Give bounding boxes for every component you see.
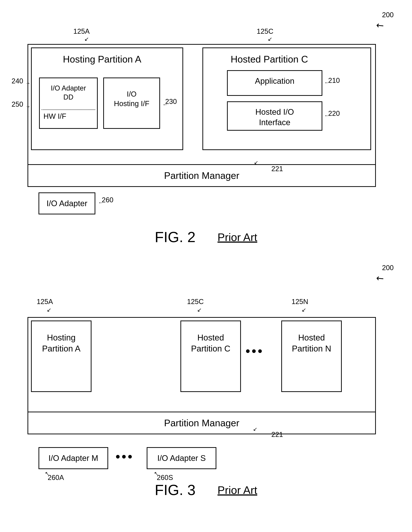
fig2-caption: FIG. 2 Prior Art	[18, 229, 394, 246]
fig3-caption: FIG. 3 Prior Art	[18, 482, 394, 498]
hosting-partition-a-box-fig3: Hosting Partition A	[31, 321, 91, 392]
io-adapter-s-box: I/O Adapter S	[147, 447, 216, 469]
fig2-label: FIG. 2	[155, 229, 196, 246]
label-260s-arrow: ↖	[154, 470, 158, 476]
hw-if-label: HW I/F	[43, 112, 66, 120]
label-240: 240	[11, 77, 23, 85]
partition-manager-label-fig2: Partition Manager	[164, 170, 239, 181]
hosting-partition-a-label-fig3: Hosting Partition A	[32, 332, 91, 354]
dots-partitions-fig3: •••	[245, 343, 264, 359]
hosted-partition-c-box-fig3: Hosted Partition C	[180, 321, 241, 392]
label-250-arrow: →	[25, 104, 30, 110]
label-125a-fig3-arrow: ↙	[47, 307, 51, 313]
ref-200-fig2: 200	[382, 11, 394, 19]
ref-200-arrow-fig3: ↗	[373, 272, 386, 285]
ref-200-arrow-fig2: ↗	[373, 19, 386, 32]
hosted-partition-n-box-fig3: Hosted Partition N	[281, 321, 342, 392]
label-230-arrow: ←	[162, 102, 167, 108]
label-260-fig2-arrow: ←	[98, 200, 103, 206]
application-label: Application	[228, 76, 322, 86]
io-hosting-if-label: I/O Hosting I/F	[107, 89, 157, 108]
label-125a-fig3: 125A	[37, 298, 53, 306]
hosting-partition-a-label: Hosting Partition A	[63, 54, 141, 65]
hosted-partition-n-label-fig3: Hosted Partition N	[282, 332, 341, 354]
fig2-outer-box: Hosting Partition A 240 → 250 → I/O Adap…	[28, 44, 376, 187]
figure-2: 200 ↗ 125A ↙ 125C ↙ Hosting Partition A …	[18, 11, 394, 249]
label-220: 220	[328, 110, 340, 117]
label-220-arrow: ←	[324, 113, 329, 119]
io-adapter-m-label: I/O Adapter M	[49, 454, 98, 463]
application-box: Application	[227, 70, 322, 96]
io-adapter-s-label: I/O Adapter S	[157, 454, 206, 463]
label-125a-fig2: 125A	[73, 28, 90, 35]
io-adapter-fig2-label: I/O Adapter	[47, 199, 88, 208]
fig3-outer-box: Hosting Partition A Hosted Partition C •…	[28, 317, 376, 434]
partition-manager-label-fig3: Partition Manager	[164, 418, 239, 428]
label-250: 250	[11, 100, 23, 108]
label-125n-fig3: 125N	[292, 298, 308, 306]
fig3-label: FIG. 3	[155, 482, 196, 498]
io-adapter-box-fig2: I/O Adapter	[39, 192, 95, 214]
io-adapter-dd-label: I/O AdapterDD	[40, 84, 97, 102]
label-125c-fig2-arrow: ↙	[268, 36, 272, 42]
hosting-partition-a-box: Hosting Partition A 240 → 250 → I/O Adap…	[31, 48, 183, 150]
label-260s: 260S	[157, 474, 173, 482]
io-adapter-dd-box: I/O AdapterDD HW I/F	[39, 77, 98, 129]
dotted-divider	[42, 109, 95, 110]
figure-3: 200 ↗ 125A ↙ 125C ↙ 125N ↙ Hosting Parti…	[18, 264, 394, 502]
hosted-io-interface-box: Hosted I/O Interface	[227, 101, 322, 131]
label-125a-fig2-arrow: ↙	[84, 36, 89, 42]
label-260-fig2: 260	[102, 196, 113, 204]
label-125n-fig3-arrow: ↙	[302, 307, 306, 313]
hosted-partition-c-label-fig3: Hosted Partition C	[181, 332, 240, 354]
label-210: 210	[328, 76, 340, 85]
label-221-fig3: 221	[271, 431, 283, 438]
label-260a: 260A	[48, 474, 64, 482]
hosted-partition-c-label: Hosted Partition C	[231, 54, 308, 65]
label-210-arrow: ←	[324, 80, 329, 86]
partition-manager-bar-fig3: Partition Manager	[28, 412, 375, 434]
label-221-fig2-arrow: ↙	[254, 160, 258, 165]
label-221-fig3-arrow: ↙	[253, 426, 257, 432]
io-adapter-m-box: I/O Adapter M	[39, 447, 108, 469]
fig2-prior-art: Prior Art	[217, 231, 257, 244]
label-240-arrow: →	[25, 80, 30, 86]
hosted-io-interface-label: Hosted I/O Interface	[228, 107, 322, 128]
label-125c-fig2: 125C	[257, 28, 273, 35]
label-125c-fig3: 125C	[187, 298, 204, 306]
hosted-partition-c-box: Hosted Partition C Application 210 ← Hos…	[202, 48, 371, 150]
label-221-fig2: 221	[271, 165, 283, 173]
label-125c-fig3-arrow: ↙	[197, 307, 202, 313]
io-hosting-if-box: I/O Hosting I/F	[103, 77, 160, 129]
label-260a-arrow: ↖	[45, 470, 49, 476]
ref-200-fig3: 200	[382, 264, 394, 272]
dots-adapters-fig3: •••	[116, 449, 134, 464]
partition-manager-bar-fig2: Partition Manager	[28, 164, 375, 186]
fig3-prior-art: Prior Art	[217, 484, 257, 496]
